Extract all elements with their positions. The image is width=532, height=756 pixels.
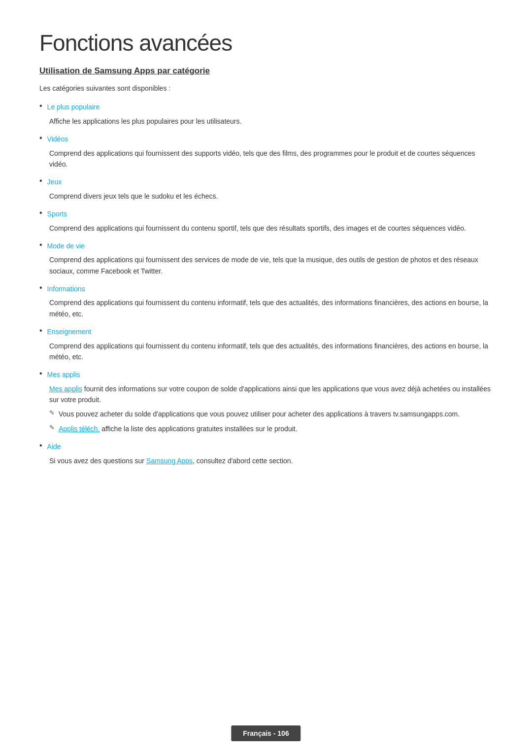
page-title: Fonctions avancées <box>39 30 493 56</box>
category-item-mes-applis: •Mes applisMes applis fournit des inform… <box>39 369 493 434</box>
bullet-row-informations: •Informations <box>39 283 493 294</box>
category-link-aide[interactable]: Aide <box>47 441 61 452</box>
category-link-jeux[interactable]: Jeux <box>47 176 62 187</box>
category-desc-jeux: Comprend divers jeux tels que le sudoku … <box>49 191 493 202</box>
category-item-mode-de-vie: •Mode de vieComprend des applications qu… <box>39 241 493 276</box>
bullet-icon-videos: • <box>39 134 42 142</box>
category-desc-le-plus-populaire: Affiche les applications les plus popula… <box>49 116 493 127</box>
category-item-sports: •SportsComprend des applications qui fou… <box>39 208 493 234</box>
bullet-row-jeux: •Jeux <box>39 176 493 187</box>
category-link-videos[interactable]: Vidéos <box>47 134 68 144</box>
bullet-icon-le-plus-populaire: • <box>39 102 42 110</box>
note-item-mes-applis-0: ✎Vous pouvez acheter du solde d'applicat… <box>49 409 493 419</box>
bullet-row-aide: •Aide <box>39 441 493 452</box>
bullet-icon-mode-de-vie: • <box>39 241 42 249</box>
inline-link-mes-applis[interactable]: Mes applis <box>49 385 82 393</box>
bullet-row-videos: •Vidéos <box>39 134 493 144</box>
category-link-sports[interactable]: Sports <box>47 208 67 219</box>
category-item-jeux: •JeuxComprend divers jeux tels que le su… <box>39 176 493 202</box>
bullet-row-sports: •Sports <box>39 208 493 219</box>
bullet-icon-enseignement: • <box>39 326 42 335</box>
category-link-informations[interactable]: Informations <box>47 283 85 294</box>
bullet-icon-sports: • <box>39 208 42 217</box>
inline-link-applis-telech[interactable]: Applis téléch. <box>59 425 100 433</box>
category-desc-mode-de-vie: Comprend des applications qui fournissen… <box>49 254 493 276</box>
category-item-le-plus-populaire: •Le plus populaireAffiche les applicatio… <box>39 102 493 127</box>
category-desc-sports: Comprend des applications qui fournissen… <box>49 223 493 234</box>
note-icon-1: ✎ <box>49 424 55 431</box>
category-link-enseignement[interactable]: Enseignement <box>47 326 92 337</box>
note-text-mes-applis-1: Applis téléch. affiche la liste des appl… <box>59 423 298 434</box>
intro-text: Les catégories suivantes sont disponible… <box>39 83 493 94</box>
bullet-icon-mes-applis: • <box>39 369 42 378</box>
category-list: •Le plus populaireAffiche les applicatio… <box>39 102 493 466</box>
section-heading: Utilisation de Samsung Apps par catégori… <box>39 66 493 76</box>
bullet-row-mes-applis: •Mes applis <box>39 369 493 380</box>
category-desc-enseignement: Comprend des applications qui fournissen… <box>49 341 493 363</box>
category-item-enseignement: •EnseignementComprend des applications q… <box>39 326 493 362</box>
category-item-informations: •InformationsComprend des applications q… <box>39 283 493 319</box>
bullet-row-le-plus-populaire: •Le plus populaire <box>39 102 493 112</box>
category-desc-mes-applis: Mes applis fournit des informations sur … <box>49 383 493 406</box>
category-item-videos: •VidéosComprend des applications qui fou… <box>39 134 493 170</box>
bullet-icon-informations: • <box>39 283 42 292</box>
page-container: Fonctions avancées Utilisation de Samsun… <box>0 0 532 522</box>
bullet-row-enseignement: •Enseignement <box>39 326 493 337</box>
category-item-aide: •AideSi vous avez des questions sur Sams… <box>39 441 493 466</box>
note-icon-0: ✎ <box>49 409 55 416</box>
page-footer: Français - 106 <box>231 725 300 741</box>
category-link-le-plus-populaire[interactable]: Le plus populaire <box>47 102 100 112</box>
bullet-icon-jeux: • <box>39 176 42 185</box>
note-text-mes-applis-0: Vous pouvez acheter du solde d'applicati… <box>59 409 460 419</box>
note-item-mes-applis-1: ✎Applis téléch. affiche la liste des app… <box>49 423 493 434</box>
category-link-mode-de-vie[interactable]: Mode de vie <box>47 241 85 251</box>
category-desc-videos: Comprend des applications qui fournissen… <box>49 148 493 170</box>
category-desc-informations: Comprend des applications qui fournissen… <box>49 297 493 319</box>
category-link-mes-applis[interactable]: Mes applis <box>47 369 80 380</box>
category-desc-aide: Si vous avez des questions sur Samsung A… <box>49 455 493 466</box>
inline-link-samsung-apps[interactable]: Samsung Apps <box>146 457 193 465</box>
bullet-row-mode-de-vie: •Mode de vie <box>39 241 493 251</box>
bullet-icon-aide: • <box>39 441 42 450</box>
